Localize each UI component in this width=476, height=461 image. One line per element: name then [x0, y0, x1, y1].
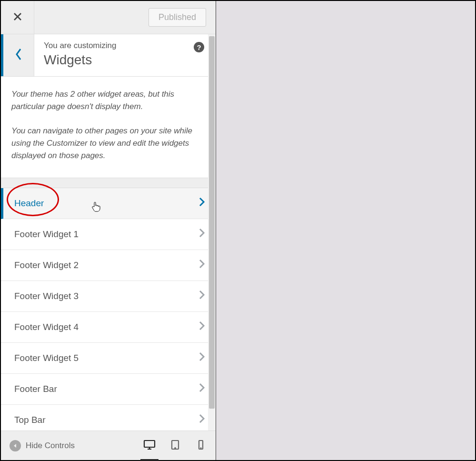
chevron-right-icon [198, 197, 205, 210]
customizer-footer: Hide Controls [1, 431, 216, 460]
section-gap [1, 178, 216, 188]
widget-area-label: Footer Widget 1 [14, 229, 198, 240]
tablet-icon [169, 443, 181, 451]
scrollbar[interactable] [208, 34, 216, 431]
widget-area-label: Header [14, 198, 198, 209]
widget-area-list: Header Footer Widget 1 Footer Widget 2 F… [1, 188, 216, 431]
close-button[interactable] [1, 1, 34, 34]
chevron-right-icon [198, 290, 205, 302]
description-line-2: You can navigate to other pages on your … [11, 125, 205, 162]
panel-description: Your theme has 2 other widget areas, but… [1, 77, 216, 178]
svg-point-4 [200, 448, 201, 448]
widget-area-label: Footer Widget 4 [14, 322, 198, 332]
back-button[interactable] [1, 34, 34, 76]
panel-titles: You are customizing Widgets [34, 34, 216, 76]
hide-controls-button[interactable]: Hide Controls [10, 440, 75, 451]
customizer-sidebar: Published You are customizing Widgets ? … [1, 1, 216, 460]
help-icon: ? [197, 43, 201, 51]
device-preview-toggles [143, 440, 207, 452]
scrollbar-thumb[interactable] [209, 36, 215, 409]
chevron-right-icon [198, 321, 205, 333]
svg-point-2 [175, 448, 176, 449]
close-icon [13, 12, 22, 23]
mobile-icon [195, 443, 207, 451]
widget-area-footer-3[interactable]: Footer Widget 3 [1, 281, 216, 312]
hide-controls-label: Hide Controls [26, 441, 75, 451]
widget-area-label: Footer Widget 2 [14, 260, 198, 271]
chevron-right-icon [198, 259, 205, 271]
widget-area-header[interactable]: Header [1, 188, 216, 219]
widget-area-footer-4[interactable]: Footer Widget 4 [1, 312, 216, 343]
widget-area-footer-1[interactable]: Footer Widget 1 [1, 219, 216, 250]
publish-button[interactable]: Published [149, 8, 206, 27]
widget-area-footer-bar[interactable]: Footer Bar [1, 374, 216, 405]
panel-title: Widgets [44, 52, 206, 68]
widget-area-footer-2[interactable]: Footer Widget 2 [1, 250, 216, 281]
topbar: Published [1, 1, 216, 34]
chevron-right-icon [198, 228, 205, 241]
description-line-1: Your theme has 2 other widget areas, but… [11, 88, 205, 113]
device-tablet-button[interactable] [169, 440, 181, 452]
widget-area-label: Footer Widget 3 [14, 291, 198, 301]
widget-area-label: Footer Widget 5 [14, 353, 198, 363]
chevron-right-icon [198, 351, 205, 364]
chevron-right-icon [198, 413, 205, 426]
panel-header: You are customizing Widgets ? [1, 34, 216, 77]
device-mobile-button[interactable] [195, 440, 207, 452]
widget-area-label: Top Bar [14, 415, 198, 425]
preview-pane [216, 1, 475, 460]
panel-subtitle: You are customizing [44, 41, 206, 50]
widget-area-top-bar[interactable]: Top Bar [1, 405, 216, 431]
widget-area-footer-5[interactable]: Footer Widget 5 [1, 343, 216, 374]
help-button[interactable]: ? [194, 42, 204, 52]
chevron-right-icon [198, 382, 205, 395]
desktop-icon [143, 443, 156, 451]
chevron-left-icon [14, 48, 23, 63]
device-desktop-button[interactable] [143, 440, 156, 452]
customizer-viewport: Published You are customizing Widgets ? … [0, 0, 476, 461]
svg-rect-0 [144, 441, 155, 447]
widget-area-label: Footer Bar [14, 384, 198, 394]
collapse-icon [10, 440, 21, 451]
